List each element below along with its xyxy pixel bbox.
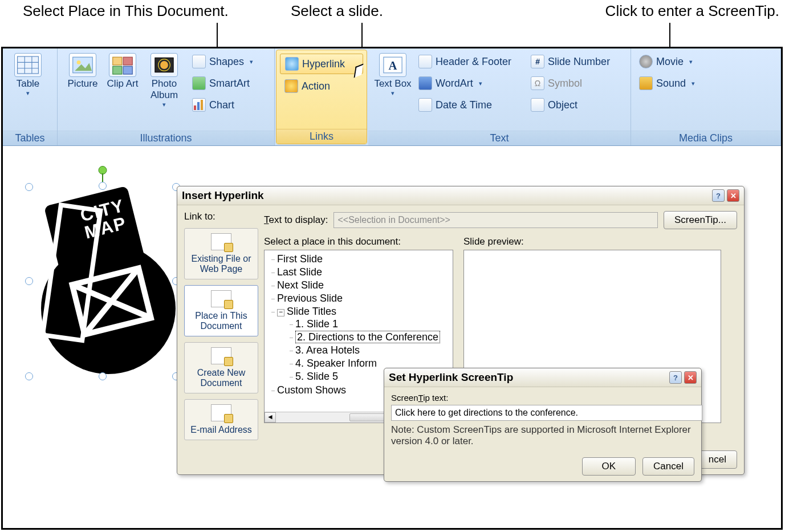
wordart-icon — [418, 76, 432, 90]
text-to-display-input — [333, 212, 658, 228]
dropdown-icon: ▾ — [162, 101, 166, 108]
linkto-existing-file[interactable]: Existing File or Web Page — [184, 228, 258, 279]
ok-button[interactable]: OK — [582, 457, 636, 476]
tree-slide-3[interactable]: 3. Area Hotels — [287, 344, 453, 357]
datetime-label: Date & Time — [436, 99, 492, 111]
chart-label: Chart — [209, 99, 234, 111]
main-cancel-button-partial[interactable]: ncel — [698, 450, 737, 469]
group-media-label: Media Clips — [631, 131, 780, 145]
symbol-label: Symbol — [548, 78, 582, 90]
hyperlink-button[interactable]: Hyperlink — [280, 54, 363, 74]
group-tables-label: Tables — [3, 131, 57, 145]
svg-text:A: A — [389, 59, 397, 72]
linkto-place-in-document[interactable]: Place in This Document — [184, 285, 258, 336]
textbox-label: Text Box — [374, 78, 411, 90]
screentip-note: Note: Custom ScreenTips are supported in… — [391, 424, 694, 447]
close-button[interactable]: ✕ — [727, 189, 739, 202]
close-button[interactable]: ✕ — [684, 371, 697, 384]
resize-handle[interactable] — [99, 182, 107, 190]
clipart-button[interactable]: Clip Art — [104, 51, 141, 90]
photoalbum-icon — [151, 53, 178, 77]
shapes-label: Shapes — [209, 56, 244, 68]
clipart-icon — [109, 53, 136, 77]
group-links-label: Links — [276, 129, 367, 144]
scroll-thumb[interactable] — [349, 413, 385, 421]
tree-prev-slide[interactable]: Previous Slide — [269, 292, 453, 305]
slide-preview-label: Slide preview: — [463, 236, 721, 247]
slidenumber-label: Slide Number — [548, 56, 610, 68]
shapes-icon — [192, 55, 206, 68]
headerfooter-label: Header & Footer — [436, 56, 511, 68]
tree-first-slide[interactable]: First Slide — [269, 253, 453, 266]
globe-link-icon — [285, 57, 299, 71]
tree-slide-2[interactable]: 2. Directions to the Conference — [287, 331, 453, 344]
help-button[interactable]: ? — [669, 371, 682, 384]
tree-next-slide[interactable]: Next Slide — [269, 279, 453, 292]
resize-handle[interactable] — [99, 372, 107, 380]
resize-handle[interactable] — [25, 183, 33, 191]
screentip-text-label: ScreenTip text: — [391, 393, 694, 403]
sound-label: Sound — [656, 78, 686, 90]
link-to-label: Link to: — [184, 211, 258, 222]
textbox-button[interactable]: A Text Box ▾ — [372, 51, 414, 97]
wordart-button[interactable]: WordArt ▾ — [414, 74, 516, 93]
movie-button[interactable]: Movie ▾ — [634, 52, 699, 71]
shapes-button[interactable]: Shapes ▾ — [188, 52, 258, 71]
email-icon — [211, 404, 231, 421]
slidenumber-button[interactable]: # Slide Number — [526, 52, 615, 71]
resize-handle[interactable] — [25, 277, 33, 285]
dialog-title: Insert Hyperlink — [182, 189, 264, 202]
selected-clipart[interactable]: CITY MAP — [29, 177, 177, 377]
screentip-button[interactable]: ScreenTip... — [664, 211, 737, 229]
cancel-button[interactable]: Cancel — [642, 457, 694, 476]
object-label: Object — [548, 99, 577, 111]
scroll-left-icon[interactable]: ◄ — [265, 412, 276, 423]
dropdown-icon: ▾ — [26, 90, 30, 97]
textbox-icon: A — [379, 53, 406, 77]
collapse-icon[interactable]: − — [277, 309, 284, 316]
dropdown-icon: ▾ — [689, 58, 693, 66]
tree-last-slide[interactable]: Last Slide — [269, 266, 453, 279]
svg-rect-8 — [123, 57, 132, 65]
group-illustrations-label: Illustrations — [58, 131, 274, 145]
sound-button[interactable]: Sound ▾ — [634, 74, 699, 93]
text-to-display-label: Text to display: — [264, 214, 328, 226]
tree-slide-1[interactable]: 1. Slide 1 — [287, 318, 453, 331]
symbol-button[interactable]: Ω Symbol — [526, 74, 615, 93]
picture-button[interactable]: Picture — [61, 51, 104, 90]
object-icon — [531, 98, 544, 112]
picture-icon — [69, 53, 96, 77]
object-button[interactable]: Object — [526, 95, 615, 115]
datetime-icon — [418, 98, 432, 112]
datetime-button[interactable]: Date & Time — [414, 95, 516, 115]
star-action-icon — [284, 79, 298, 93]
table-button[interactable]: Table ▾ — [6, 51, 50, 97]
svg-rect-15 — [197, 102, 200, 110]
hyperlink-label: Hyperlink — [302, 58, 345, 70]
linkto-email[interactable]: E-mail Address — [184, 399, 258, 440]
chart-button[interactable]: Chart — [188, 95, 258, 115]
movie-icon — [639, 55, 653, 68]
new-document-icon — [211, 347, 231, 364]
svg-rect-0 — [18, 56, 39, 74]
dropdown-icon: ▾ — [391, 90, 394, 97]
svg-rect-7 — [113, 57, 122, 65]
photoalbum-button[interactable]: Photo Album ▾ — [141, 51, 188, 108]
smartart-button[interactable]: SmartArt — [188, 74, 258, 93]
wordart-label: WordArt — [436, 78, 473, 90]
linkto-email-label: E-mail Address — [190, 425, 252, 434]
table-label: Table — [17, 78, 40, 90]
help-button[interactable]: ? — [712, 189, 725, 202]
action-button[interactable]: Action — [280, 76, 363, 96]
svg-rect-14 — [194, 105, 196, 110]
resize-handle[interactable] — [25, 372, 33, 380]
svg-point-12 — [160, 61, 168, 69]
callout-left: Select Place in This Document. — [23, 2, 229, 20]
svg-rect-16 — [201, 100, 203, 110]
symbol-icon: Ω — [531, 76, 544, 90]
linkto-existing-label: Existing File or Web Page — [192, 254, 251, 274]
headerfooter-button[interactable]: Header & Footer — [414, 52, 516, 71]
linkto-create-new[interactable]: Create New Document — [184, 342, 258, 393]
screentip-text-input[interactable] — [391, 405, 702, 421]
linkto-place-label: Place in This Document — [195, 311, 247, 331]
